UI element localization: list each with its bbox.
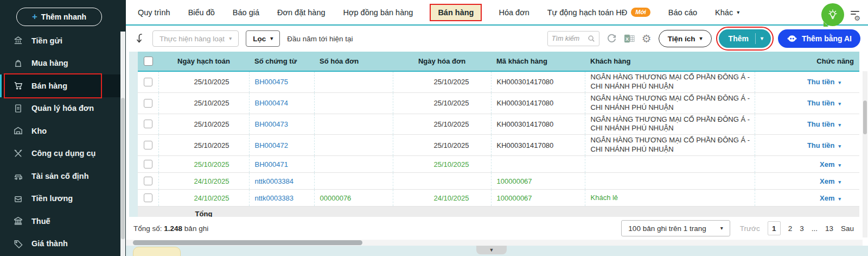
utilities-button[interactable]: Tiện ích ▾ xyxy=(659,30,712,47)
sidebar-item-tai-san-co-dinh[interactable]: Tài sản cố định xyxy=(0,165,122,188)
horizontal-scrollbar-thumb[interactable] xyxy=(133,240,362,245)
filter-button[interactable]: Lọc ▾ xyxy=(246,30,280,47)
horizontal-scrollbar[interactable] xyxy=(126,240,863,246)
voucher-link[interactable]: BH000472 xyxy=(255,141,288,149)
page-size-select[interactable]: 100 bản ghi trên 1 trang ▾ xyxy=(621,220,730,236)
down-arrow-icon xyxy=(135,33,145,45)
row-action-button[interactable]: Thu tiền▾ xyxy=(807,141,841,149)
row-checkbox[interactable] xyxy=(144,78,152,86)
row-checkbox[interactable] xyxy=(144,160,152,168)
table-row: 25/10/2025 BH000474 25/10/2025 KH0003014… xyxy=(138,92,859,114)
col-voucher-no[interactable]: Số chứng từ xyxy=(249,52,314,71)
sidebar-item-kho[interactable]: Kho xyxy=(0,120,122,142)
bottom-strip: ▼ xyxy=(126,246,868,256)
tab-bao-gia[interactable]: Báo giá xyxy=(233,8,259,17)
col-invoice-date[interactable]: Ngày hóa đơn xyxy=(393,52,491,71)
chat-widget-button[interactable] xyxy=(133,247,181,256)
sidebar-scrollbar[interactable] xyxy=(120,32,125,256)
utilities-label: Tiện ích xyxy=(668,35,695,43)
assistant-bubble-button[interactable] xyxy=(821,3,844,26)
toolbar: Thực hiện hàng loạt ▾ Lọc ▾ Đầu năm tới … xyxy=(126,27,868,51)
gear-icon: ⚙ xyxy=(854,16,860,21)
tab-khac[interactable]: Khác ▾ xyxy=(715,8,739,17)
tab-ban-hang[interactable]: Bán hàng xyxy=(431,5,481,20)
search-input[interactable] xyxy=(552,35,585,42)
cell-invoice-date: 24/10/2025 xyxy=(393,190,491,207)
page-number-2[interactable]: 2 xyxy=(788,224,793,233)
row-checkbox[interactable] xyxy=(144,99,152,108)
gear-icon: ⚙ xyxy=(642,33,652,44)
row-action-button[interactable]: Xem▾ xyxy=(820,160,841,168)
sales-table: Ngày hạch toán Số chứng từ Số hóa đơn Ng… xyxy=(138,52,859,221)
export-excel-button[interactable]: X xyxy=(624,34,635,43)
chevron-down-icon: ▾ xyxy=(737,10,739,15)
app-root: + Thêm nhanh Tiền gửi Mua hàng Bán hàng … xyxy=(0,0,868,256)
tab-quy-trinh[interactable]: Quy trình xyxy=(138,8,170,17)
row-action-button[interactable]: Xem▾ xyxy=(820,194,841,202)
cell-customer: NGÂN HÀNG THƯƠNG MẠI CỔ PHẦN ĐÔNG Á - CH… xyxy=(585,71,755,92)
page-number-13[interactable]: 13 xyxy=(825,224,833,233)
sidebar-item-tien-gui[interactable]: Tiền gửi xyxy=(0,29,122,52)
sidebar-item-thue[interactable]: Thuế xyxy=(0,210,122,233)
chevron-down-icon[interactable]: ▾ xyxy=(761,36,763,41)
add-button[interactable]: Thêm ▾ xyxy=(719,29,771,48)
vertical-scrollbar-thumb[interactable] xyxy=(863,101,867,134)
col-posting-date[interactable]: Ngày hạch toán xyxy=(158,52,249,71)
quick-add-button[interactable]: + Thêm nhanh xyxy=(16,8,102,26)
refresh-button[interactable] xyxy=(607,34,617,44)
voucher-link[interactable]: BH000473 xyxy=(255,120,288,128)
col-actions[interactable]: Chức năng xyxy=(755,52,859,71)
sidebar-item-gia-thanh[interactable]: Giá thành xyxy=(0,233,122,255)
sidebar-item-ban-hang[interactable]: Bán hàng xyxy=(0,74,122,97)
chevron-down-icon: ▾ xyxy=(838,179,841,185)
tab-bao-cao[interactable]: Báo cáo xyxy=(668,8,697,17)
tab-hop-dong-ban-hang[interactable]: Hợp đồng bán hàng xyxy=(343,8,413,17)
row-checkbox[interactable] xyxy=(144,141,152,149)
prev-page-button[interactable]: Trước xyxy=(740,224,760,233)
row-action-button[interactable]: Thu tiền▾ xyxy=(807,120,841,128)
page-number-3[interactable]: 3 xyxy=(800,224,804,233)
row-action-button[interactable]: Xem▾ xyxy=(820,177,841,185)
chevron-down-icon: ▾ xyxy=(838,101,841,107)
tab-don-dat-hang[interactable]: Đơn đặt hàng xyxy=(277,8,326,17)
sidebar-item-mua-hang[interactable]: Mua hàng xyxy=(0,52,122,75)
row-checkbox[interactable] xyxy=(144,120,152,128)
voucher-link[interactable]: BH000474 xyxy=(255,99,288,107)
batch-action-button[interactable]: Thực hiện hàng loạt ▾ xyxy=(152,30,239,47)
row-checkbox[interactable] xyxy=(144,177,152,185)
add-with-ai-button[interactable]: Thêm bằng AI xyxy=(778,29,860,48)
row-action-button[interactable]: Thu tiền▾ xyxy=(807,78,841,86)
cell-invoice-no xyxy=(314,92,393,114)
voucher-link[interactable]: nttk0003383 xyxy=(255,194,294,202)
row-checkbox[interactable] xyxy=(144,193,152,202)
select-all-checkbox[interactable] xyxy=(144,57,153,66)
tab-bieu-do[interactable]: Biểu đồ xyxy=(188,8,215,17)
chevron-down-icon: ▾ xyxy=(270,36,273,41)
collapse-handle[interactable]: ▼ xyxy=(476,246,507,254)
next-page-button[interactable]: Sau xyxy=(841,224,854,233)
cell-customer-code: KH000301417080 xyxy=(491,92,585,114)
sidebar-item-tien-luong[interactable]: Tiền lương xyxy=(0,188,122,210)
page-number-1[interactable]: 1 xyxy=(768,221,781,235)
voucher-link[interactable]: BH000475 xyxy=(255,78,288,86)
settings-button[interactable]: ⚙ xyxy=(642,33,652,44)
sidebar-item-cong-cu-dung-cu[interactable]: Công cụ dụng cụ xyxy=(0,142,122,165)
vertical-scrollbar[interactable] xyxy=(863,71,867,238)
voucher-link[interactable]: nttk0003384 xyxy=(255,177,294,185)
tab-tu-dong-hach-toan[interactable]: Tự động hạch toán HĐ Mới xyxy=(547,8,650,16)
row-action-button[interactable]: Thu tiền▾ xyxy=(807,99,841,107)
export-down-arrow-button[interactable] xyxy=(135,33,145,45)
sidebar-scrollbar-thumb[interactable] xyxy=(121,98,125,239)
col-customer-code[interactable]: Mã khách hàng xyxy=(491,52,585,71)
col-invoice-no[interactable]: Số hóa đơn xyxy=(314,52,393,71)
sidebar-item-quan-ly-hoa-don[interactable]: Quản lý hóa đơn xyxy=(0,97,122,120)
header-select-all xyxy=(138,52,158,71)
col-customer[interactable]: Khách hàng xyxy=(585,52,755,71)
cell-invoice-no xyxy=(314,173,393,190)
search-icon xyxy=(588,35,595,42)
tab-hoa-don[interactable]: Hóa đơn xyxy=(499,8,529,17)
new-badge: Mới xyxy=(631,8,650,16)
table-row: 24/10/2025 nttk0003384 100000067 Xem▾ xyxy=(138,173,859,190)
view-settings-button[interactable]: ⚙ xyxy=(851,11,860,21)
voucher-link[interactable]: BH000471 xyxy=(255,160,288,168)
